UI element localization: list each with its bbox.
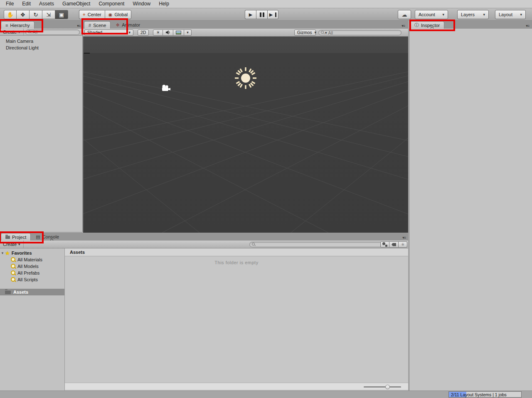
saved-search-icon [11, 277, 16, 282]
scene-grid-icon: # [89, 23, 91, 28]
scene-effects-toggle[interactable] [173, 29, 184, 36]
scene-2d-label: 2D [140, 30, 146, 35]
panel-menu-icon[interactable]: ▾≡ [77, 24, 80, 28]
image-effects-icon [176, 31, 181, 34]
favorites-row[interactable]: ▼ ★ Favorites [0, 250, 64, 256]
empty-folder-message: This folder is empty [65, 260, 408, 265]
assets-tree-label: Assets [13, 290, 28, 295]
project-tabstrip: Project ▤ Console ▾≡ [0, 233, 408, 241]
hierarchy-tabstrip: ≡ Hierarchy ▾≡ [0, 21, 83, 29]
caret-down-icon: ▾ [128, 30, 131, 34]
hierarchy-item-label: Main Camera [6, 39, 33, 44]
scene-viewport[interactable] [83, 37, 408, 233]
step-button[interactable]: ▶ [267, 10, 278, 19]
menu-help[interactable]: Help [155, 0, 173, 7]
pivot-center-button[interactable]: ⌖ Center [79, 10, 105, 19]
panel-menu-icon[interactable]: ▾≡ [401, 24, 405, 28]
favorite-all-materials[interactable]: All Materials [0, 256, 64, 263]
menu-assets[interactable]: Assets [35, 0, 58, 7]
foldout-triangle-icon[interactable]: ▼ [0, 251, 5, 255]
scale-icon: ⇲ [47, 12, 51, 18]
favorites-label: Favorites [12, 251, 32, 256]
hierarchy-search-input[interactable]: All [25, 29, 80, 35]
label-tag-icon [392, 243, 396, 246]
camera-gizmo-icon[interactable] [161, 84, 171, 92]
assets-tree-row[interactable]: Assets [0, 289, 64, 295]
scale-tool-button[interactable]: ⇲ [42, 10, 55, 19]
tab-hierarchy[interactable]: ≡ Hierarchy [1, 21, 34, 29]
move-tool-button[interactable]: ✥ [17, 10, 30, 19]
rect-tool-button[interactable]: ▣ [55, 10, 68, 19]
inspector-panel-body [409, 29, 532, 391]
inspector-tabstrip: ⓘ Inspector ▾≡ [409, 21, 532, 29]
search-icon [252, 243, 256, 246]
rotate-icon: ↻ [34, 12, 38, 18]
unity-editor-window: File Edit Assets GameObject Component Wi… [0, 0, 532, 398]
tab-project-label: Project [12, 235, 26, 240]
tab-scene[interactable]: # Scene [84, 21, 111, 29]
search-by-type-button[interactable] [380, 241, 389, 248]
assets-breadcrumb-bar: Assets [65, 248, 408, 256]
thumbnail-zoom-slider[interactable] [364, 386, 401, 388]
favorite-label: All Materials [17, 257, 42, 262]
panel-menu-icon[interactable]: ▾≡ [402, 236, 406, 240]
scene-search-input[interactable]: ▾ All [318, 30, 401, 35]
breadcrumb: Assets [70, 250, 85, 255]
console-icon: ▤ [36, 234, 40, 240]
gizmos-dropdown[interactable]: Gizmos ▾ [294, 29, 316, 36]
pause-button[interactable] [256, 10, 267, 19]
lighting-sun-icon: ☀ [156, 30, 160, 35]
play-button[interactable]: ▶ [245, 10, 256, 19]
account-dropdown[interactable]: Account ▾ [415, 10, 448, 19]
rotate-tool-button[interactable]: ↻ [30, 10, 42, 19]
favorite-all-prefabs[interactable]: All Prefabs [0, 270, 64, 276]
sun-gizmo-icon[interactable] [234, 66, 257, 90]
menu-bar: File Edit Assets GameObject Component Wi… [0, 0, 532, 8]
scene-effects-dropdown[interactable]: ▾ [184, 29, 192, 36]
menu-gameobject[interactable]: GameObject [58, 0, 94, 7]
scene-grid [83, 37, 408, 233]
hierarchy-item-main-camera[interactable]: Main Camera [0, 38, 82, 44]
favorite-all-models[interactable]: All Models [0, 263, 64, 270]
hand-tool-button[interactable]: ✋ [4, 10, 17, 19]
tab-animator[interactable]: ❖ Animator [111, 21, 144, 29]
tab-inspector[interactable]: ⓘ Inspector [410, 21, 444, 29]
menu-window[interactable]: Window [128, 0, 155, 7]
hierarchy-item-directional-light[interactable]: Directional Light [0, 44, 82, 51]
cloud-icon: ☁ [402, 12, 407, 18]
pivot-icon: ⌖ [83, 12, 86, 17]
tab-animator-label: Animator [122, 22, 140, 27]
animator-icon: ❖ [116, 22, 120, 28]
caret-down-icon: ▾ [442, 12, 444, 17]
hierarchy-create-button[interactable]: Create ▾ [0, 29, 24, 35]
favorite-all-scripts[interactable]: All Scripts [0, 276, 64, 283]
tab-project[interactable]: Project [1, 233, 31, 241]
scene-drawmode-dropdown[interactable]: Shaded ▾ [84, 29, 133, 36]
play-icon: ▶ [249, 12, 252, 17]
menu-file[interactable]: File [2, 0, 18, 7]
rect-icon: ▣ [59, 12, 64, 18]
space-global-button[interactable]: ◉ Global [105, 10, 131, 19]
cloud-services-button[interactable]: ☁ [398, 10, 411, 19]
layout-dropdown[interactable]: Layout ▾ [495, 10, 526, 19]
favorites-star-icon: ★ [5, 250, 10, 256]
status-bar: 2/11 Layout Systems | 1 jobs [0, 391, 532, 398]
step-icon: ▶ [269, 12, 273, 17]
save-search-button[interactable]: ★ [399, 241, 407, 248]
menu-component[interactable]: Component [94, 0, 128, 7]
menu-edit[interactable]: Edit [18, 0, 35, 7]
panel-menu-icon[interactable]: ▾≡ [526, 24, 529, 28]
search-by-label-button[interactable] [389, 241, 399, 248]
layers-dropdown[interactable]: Layers ▾ [457, 10, 489, 19]
caret-down-icon: ▾ [325, 31, 327, 35]
thumbnail-zoom-knob[interactable] [385, 385, 390, 389]
scene-2d-toggle[interactable]: 2D [138, 29, 149, 36]
project-create-button[interactable]: Create ▾ [0, 241, 24, 248]
scene-lighting-toggle[interactable]: ☀ [153, 29, 163, 36]
favorite-label: All Models [17, 264, 39, 269]
search-icon [321, 31, 325, 34]
background-tasks-progress[interactable]: 2/11 Layout Systems | 1 jobs [448, 391, 522, 398]
scene-audio-toggle[interactable] [163, 29, 173, 36]
tab-console[interactable]: ▤ Console [32, 233, 63, 241]
project-search-input[interactable] [249, 242, 387, 247]
